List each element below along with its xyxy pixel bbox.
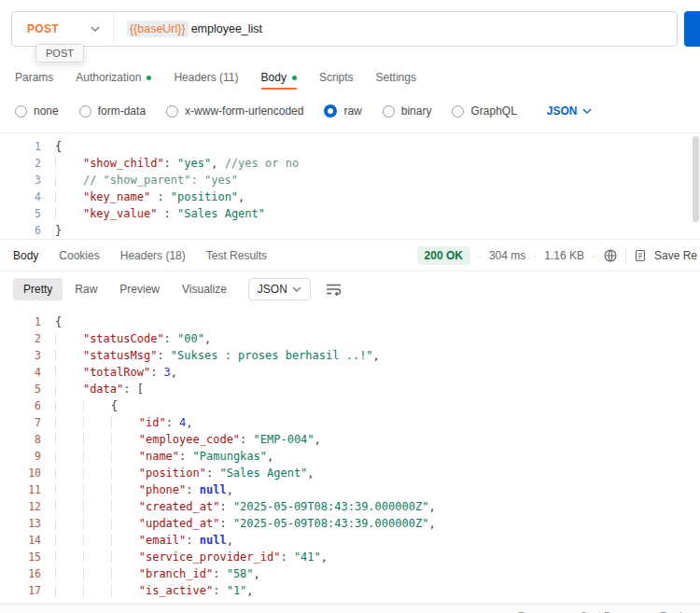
method-selector[interactable]: POST (12, 12, 113, 46)
radio-none[interactable]: none (15, 104, 59, 118)
code-token: , (171, 366, 177, 379)
code-line: 15 "service_provider_id": "41", (11, 549, 700, 565)
url-variable-chip: {{baseUrl}} (127, 21, 189, 37)
code-text: "is_active": "1", (55, 582, 254, 599)
save-response-icon[interactable] (634, 249, 647, 262)
tab-body[interactable]: Body (261, 65, 297, 90)
code-line: 17 "is_active": "1", (11, 582, 700, 599)
line-number: 12 (11, 498, 41, 515)
indent-guide (111, 483, 139, 496)
response-body-viewer[interactable]: 1{2 "statusCode": "00",3 "statusMsg": "S… (0, 312, 700, 603)
response-tab-test-results[interactable]: Test Results (206, 249, 267, 262)
response-view-toolbar: Pretty Raw Preview Visualize JSON (13, 276, 342, 302)
request-tabs: Params Authorization Headers (11) Body S… (15, 65, 700, 90)
radio-label: GraphQL (470, 104, 516, 118)
request-body-editor[interactable]: 1{2 "show_child": "yes", //yes or no3 //… (0, 132, 700, 239)
code-line: 4 "totalRow": 3, (11, 364, 700, 381)
view-tab-raw[interactable]: Raw (64, 278, 107, 300)
code-token: "00" (177, 332, 204, 345)
radio-circle (166, 105, 178, 118)
code-token: , (428, 500, 435, 513)
code-token: , (204, 332, 211, 345)
start-proxy-button[interactable]: ⇄Start Proxy (569, 610, 629, 613)
network-info-icon[interactable] (603, 248, 618, 263)
radio-label: binary (401, 104, 432, 118)
code-token: { (55, 140, 62, 153)
code-token: , (246, 584, 253, 597)
indent-guide (83, 483, 111, 496)
code-token: "employee_code" (139, 433, 240, 446)
line-number: 1 (11, 138, 41, 155)
send-button[interactable] (684, 11, 700, 47)
radio-raw[interactable]: raw (324, 104, 361, 118)
raw-language-selector[interactable]: JSON (547, 104, 592, 118)
separator-dot: · (533, 249, 537, 262)
code-token: , (211, 157, 224, 170)
indent-guide (55, 467, 83, 480)
code-token: null (200, 534, 227, 547)
response-tab-cookies[interactable]: Cookies (59, 249, 99, 262)
tab-params[interactable]: Params (15, 65, 53, 90)
chevron-down-icon (582, 108, 592, 114)
code-token: "Sales Agent" (219, 467, 307, 480)
radio-binary[interactable]: binary (383, 104, 432, 118)
code-line: 10 "position": "Sales Agent", (11, 465, 700, 481)
code-line: 6 { (11, 397, 700, 414)
indent-guide (83, 584, 111, 597)
indent-guide (111, 517, 139, 530)
response-time[interactable]: 304 ms (489, 249, 525, 262)
tab-headers[interactable]: Headers (11) (174, 65, 238, 90)
code-line: 13 "updated_at": "2025-05-09T08:43:39.00… (11, 515, 700, 532)
code-line: 9 "name": "Pamungkas", (11, 448, 700, 465)
status-bar: ▶Runner ⇄Start Proxy ▥Trash (0, 604, 700, 613)
tab-label: Params (15, 71, 53, 84)
view-tab-pretty[interactable]: Pretty (13, 278, 63, 300)
save-response-button[interactable]: Save Re (654, 249, 697, 262)
code-token: : (206, 467, 219, 480)
line-number: 6 (11, 397, 41, 414)
code-text: { (55, 397, 118, 414)
line-number: 6 (11, 222, 41, 239)
response-size[interactable]: 1.16 KB (544, 249, 584, 262)
indent-guide (83, 450, 111, 463)
radio-circle (79, 105, 91, 118)
api-client-window: POST {{baseUrl}} employee_list POST Para… (0, 0, 700, 613)
tab-settings[interactable]: Settings (376, 65, 416, 90)
tab-scripts[interactable]: Scripts (319, 65, 354, 90)
view-tab-visualize[interactable]: Visualize (172, 278, 237, 300)
response-tab-headers[interactable]: Headers (18) (120, 249, 186, 262)
trash-button[interactable]: ▥Trash (648, 610, 685, 613)
wrap-line-icon[interactable] (326, 283, 342, 296)
line-number: 4 (11, 364, 41, 381)
line-number: 14 (11, 532, 41, 549)
indent-guide (83, 500, 111, 513)
code-token: "2025-05-09T08:43:39.000000Z" (233, 517, 429, 530)
line-number: 11 (11, 481, 41, 498)
url-input[interactable]: {{baseUrl}} employee_list (113, 12, 677, 46)
code-line: 16 "branch_id": "58", (11, 565, 700, 582)
tab-authorization[interactable]: Authorization (76, 65, 151, 90)
radio-graphql[interactable]: GraphQL (452, 104, 516, 118)
status-badge[interactable]: 200 OK (417, 246, 470, 265)
response-tab-body[interactable]: Body (13, 249, 38, 262)
code-token: , (254, 567, 260, 580)
response-language-selector[interactable]: JSON (248, 278, 311, 300)
response-code: 1{2 "statusCode": "00",3 "statusMsg": "S… (0, 313, 700, 599)
code-token: "EMP-004" (254, 433, 315, 446)
code-token: "position" (139, 467, 206, 480)
method-label: POST (27, 22, 59, 35)
line-number: 7 (11, 414, 41, 431)
indent-guide (55, 433, 83, 446)
radio-circle (15, 105, 27, 118)
indent-guide (55, 534, 83, 547)
code-token: : (164, 332, 177, 345)
runner-button[interactable]: ▶Runner (507, 610, 550, 613)
indent-guide (83, 399, 111, 412)
editor-scrollbar[interactable] (693, 136, 699, 222)
indent-guide (55, 416, 83, 429)
response-tabs: Body Cookies Headers (18) Test Results (13, 249, 267, 262)
radio-x-www-form-urlencoded[interactable]: x-www-form-urlencoded (166, 104, 303, 118)
indent-guide (55, 483, 83, 496)
radio-form-data[interactable]: form-data (79, 104, 146, 118)
view-tab-preview[interactable]: Preview (109, 278, 170, 300)
